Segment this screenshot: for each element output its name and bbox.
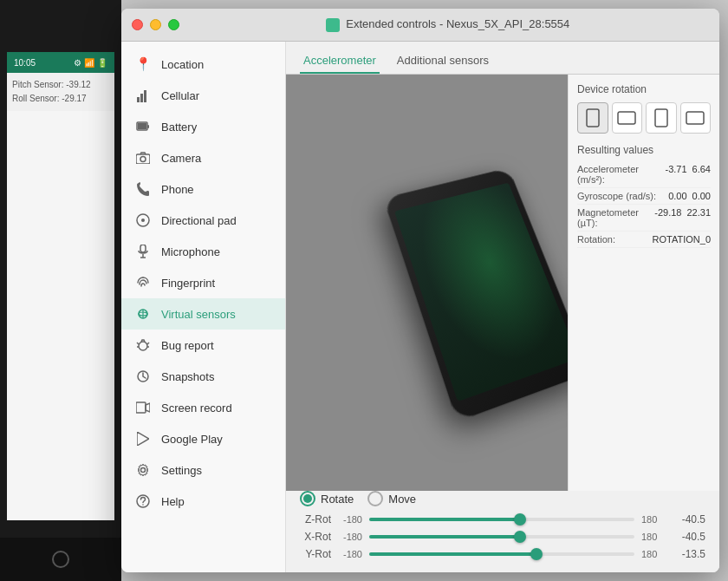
sidebar-item-help[interactable]: Help <box>121 486 285 517</box>
rotate-label: Rotate <box>321 493 354 506</box>
rotate-radio[interactable] <box>300 491 315 506</box>
rotate-portrait[interactable] <box>577 102 608 134</box>
y-rot-thumb[interactable] <box>530 548 543 560</box>
sidebar-label-battery: Battery <box>161 121 197 134</box>
z-rot-max: 180 <box>641 514 666 525</box>
android-statusbar: 10:05 ⚙ 📶 🔋 <box>7 52 114 73</box>
sidebar-item-location[interactable]: 📍 Location <box>121 49 285 80</box>
location-icon: 📍 <box>135 56 151 72</box>
sidebar: 📍 Location Cellular Battery <box>121 42 286 572</box>
directional-pad-icon <box>135 212 151 228</box>
android-device: 10:05 ⚙ 📶 🔋 Pitch Sensor: -39.12 Roll Se… <box>0 0 121 581</box>
resulting-values-table: Accelerometer (m/s²): -3.71 6.64 Gyrosco… <box>577 161 711 248</box>
svg-line-17 <box>137 343 139 344</box>
rotate-portrait-reverse[interactable] <box>646 102 677 134</box>
sidebar-item-fingerprint[interactable]: Fingerprint <box>121 267 285 298</box>
z-rot-thumb[interactable] <box>514 513 526 526</box>
sidebar-label-google-play: Google Play <box>161 433 223 446</box>
window-body: 📍 Location Cellular Battery <box>121 42 719 572</box>
svg-point-16 <box>139 342 147 350</box>
bottom-controls: Rotate Move Z-Rot -180 <box>286 491 719 572</box>
minimize-button[interactable] <box>150 19 161 30</box>
battery-icon <box>135 119 151 134</box>
resulting-values-title: Resulting values <box>577 144 711 156</box>
y-rot-label: Y-Rot <box>300 548 331 560</box>
x-rot-max: 180 <box>641 532 666 542</box>
tab-accelerometer[interactable]: Accelerometer <box>300 49 380 74</box>
z-rot-slider[interactable] <box>369 518 634 521</box>
gyroscope-row: Gyroscope (rad/s): 0.00 0.00 <box>577 188 711 205</box>
svg-rect-1 <box>140 94 143 102</box>
sidebar-item-directional-pad[interactable]: Directional pad <box>121 205 285 236</box>
sidebar-label-help: Help <box>161 495 185 508</box>
svg-rect-4 <box>147 125 149 128</box>
x-rot-label: X-Rot <box>300 531 331 543</box>
sidebar-label-screen-record: Screen record <box>161 401 232 415</box>
sidebar-item-cellular[interactable]: Cellular <box>121 80 285 111</box>
sidebar-label-directional-pad: Directional pad <box>161 214 237 227</box>
microphone-icon <box>135 244 151 259</box>
nav-circle[interactable] <box>52 551 69 568</box>
sidebar-item-screen-record[interactable]: Screen record <box>121 392 285 423</box>
virtual-sensors-icon <box>135 306 151 322</box>
google-play-icon <box>135 431 151 447</box>
x-rot-slider[interactable] <box>369 535 634 539</box>
sidebar-label-snapshots: Snapshots <box>161 370 214 383</box>
camera-icon <box>135 150 151 166</box>
y-rot-row: Y-Rot -180 180 -13.5 <box>300 548 705 560</box>
sidebar-label-bug-report: Bug report <box>161 339 214 352</box>
rotate-option[interactable]: Rotate <box>300 491 354 506</box>
sidebar-item-bug-report[interactable]: Bug report <box>121 330 285 361</box>
rotate-radio-inner <box>303 494 312 503</box>
titlebar: Extended controls - Nexus_5X_API_28:5554 <box>121 9 719 42</box>
svg-rect-28 <box>587 109 599 127</box>
magnetometer-v1: -29.18 <box>654 207 681 228</box>
sidebar-item-phone[interactable]: Phone <box>121 173 285 205</box>
move-option[interactable]: Move <box>367 491 416 506</box>
window-title-text: Extended controls - Nexus_5X_API_28:5554 <box>346 17 569 30</box>
x-rot-thumb[interactable] <box>514 531 526 543</box>
snapshots-icon <box>135 369 151 384</box>
sidebar-item-virtual-sensors[interactable]: Virtual sensors <box>121 298 285 330</box>
sidebar-label-virtual-sensors: Virtual sensors <box>161 308 236 321</box>
rotate-landscape-left[interactable] <box>612 102 643 134</box>
svg-point-25 <box>141 468 146 473</box>
svg-marker-23 <box>146 403 150 412</box>
y-rot-slider[interactable] <box>369 552 634 556</box>
sidebar-item-settings[interactable]: Settings <box>121 454 285 486</box>
phone-icon <box>135 181 151 197</box>
accelerometer-v2: 6.64 <box>692 164 711 185</box>
move-radio[interactable] <box>367 491 383 506</box>
magnetometer-v2: 22.31 <box>686 207 711 228</box>
svg-rect-10 <box>140 245 146 252</box>
x-rot-value: -40.5 <box>673 531 705 543</box>
sidebar-label-microphone: Microphone <box>161 245 220 258</box>
magnetometer-row: Magnetometer (µT): -29.18 22.31 <box>577 205 711 232</box>
close-button[interactable] <box>132 19 143 30</box>
x-rot-fill <box>369 535 520 539</box>
fingerprint-icon <box>135 275 151 290</box>
main-window: Extended controls - Nexus_5X_API_28:5554… <box>121 9 719 572</box>
magnetometer-label: Magnetometer (µT): <box>577 207 654 228</box>
maximize-button[interactable] <box>168 19 179 30</box>
phone-3d-model <box>416 161 589 404</box>
pitch-sensor: Pitch Sensor: -39.12 <box>12 78 109 92</box>
sidebar-item-snapshots[interactable]: Snapshots <box>121 361 285 392</box>
sidebar-label-cellular: Cellular <box>161 89 199 102</box>
android-nav <box>0 538 121 581</box>
z-rot-value: -40.5 <box>673 513 705 526</box>
app-icon <box>326 18 340 32</box>
tab-additional-sensors-label: Additional sensors <box>397 54 489 67</box>
sidebar-item-microphone[interactable]: Microphone <box>121 236 285 267</box>
sidebar-item-battery[interactable]: Battery <box>121 111 285 142</box>
sidebar-item-google-play[interactable]: Google Play <box>121 423 285 454</box>
bug-report-icon <box>135 337 151 353</box>
svg-rect-29 <box>618 112 635 124</box>
sidebar-item-camera[interactable]: Camera <box>121 142 285 173</box>
svg-line-18 <box>147 343 149 344</box>
sidebar-label-fingerprint: Fingerprint <box>161 277 215 290</box>
y-rot-max: 180 <box>641 549 666 559</box>
rotate-landscape-right[interactable] <box>680 102 712 134</box>
tab-additional-sensors[interactable]: Additional sensors <box>393 49 492 74</box>
rotation-row: Rotation: ROTATION_0 <box>577 232 711 248</box>
